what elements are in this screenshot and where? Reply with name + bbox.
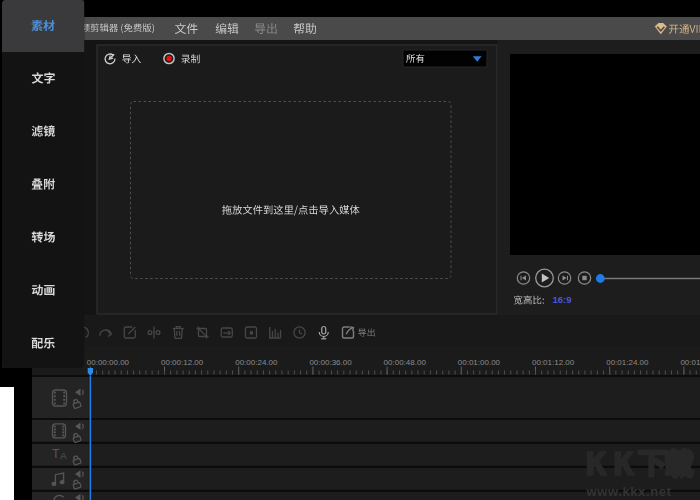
svg-text:00:01:24.00: 00:01:24.00 xyxy=(606,358,649,367)
svg-text:T: T xyxy=(52,447,60,461)
svg-text:00:00:36.00: 00:00:36.00 xyxy=(309,358,352,367)
svg-text:00:00:48.00: 00:00:48.00 xyxy=(384,358,427,367)
svg-text:16:9: 16:9 xyxy=(553,294,572,305)
svg-text:00:01:00.00: 00:01:00.00 xyxy=(458,358,501,367)
svg-text:00:00:24.00: 00:00:24.00 xyxy=(235,358,278,367)
svg-text:00:01:12.00: 00:01:12.00 xyxy=(532,358,575,367)
svg-text:A: A xyxy=(60,450,67,461)
svg-text:00:00:00.00: 00:00:00.00 xyxy=(87,358,130,367)
svg-text:www.kkx.net: www.kkx.net xyxy=(586,484,672,499)
svg-text:00:00:12.00: 00:00:12.00 xyxy=(161,358,204,367)
svg-text:00:01:36.00: 00:01:36.00 xyxy=(680,358,700,367)
